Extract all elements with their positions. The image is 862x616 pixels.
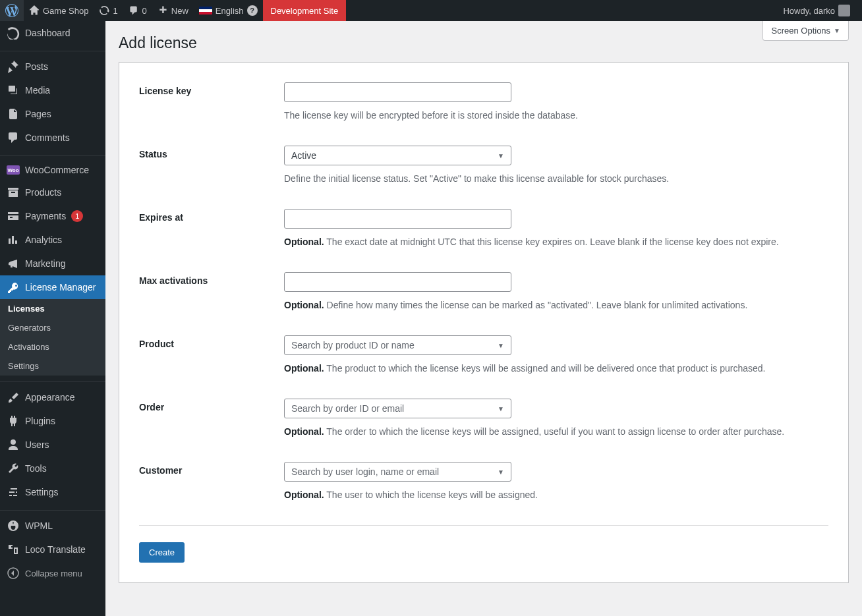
form-panel: License key The license key will be encr… [119,62,849,583]
update-icon [99,5,109,16]
chart-icon [7,233,20,246]
collapse-icon [7,567,20,580]
admin-bar: Game Shop 1 0 New English ? Development … [0,0,862,21]
submenu-settings[interactable]: Settings [0,356,105,376]
translate-icon [7,543,20,556]
max-activations-help: Optional. Define how many times the lice… [284,298,828,312]
updates-count: 1 [113,6,117,16]
license-key-label: License key [139,82,284,123]
help-icon: ? [247,5,258,16]
media-icon [7,84,20,97]
customer-select[interactable]: Search by user login, name or email ▼ [284,462,511,482]
megaphone-icon [7,257,20,270]
comments-icon [7,131,20,144]
flag-icon [199,7,212,14]
product-label: Product [139,335,284,376]
customer-label: Customer [139,462,284,502]
page-title: Add license [119,34,849,52]
license-key-help: The license key will be encrypted before… [284,109,828,123]
menu-marketing[interactable]: Marketing [0,252,105,275]
payments-badge: 1 [71,210,83,222]
language-label: English [216,6,244,16]
max-activations-input[interactable] [284,272,511,292]
site-name-label: Game Shop [43,6,88,16]
menu-users[interactable]: Users [0,433,105,457]
menu-wpml[interactable]: WPML [0,514,105,538]
product-select[interactable]: Search by product ID or name ▼ [284,335,511,355]
main-content: Screen Options ▼ Add license License key… [105,21,862,616]
sliders-icon [7,486,20,499]
menu-posts[interactable]: Posts [0,55,105,78]
screen-options-button[interactable]: Screen Options ▼ [762,21,849,41]
home-icon [29,5,40,16]
plus-icon [158,5,168,16]
menu-license-manager[interactable]: License Manager [0,275,105,299]
comments-count: 0 [142,6,147,16]
order-help: Optional. The order to which the license… [284,425,828,439]
chevron-down-icon: ▼ [498,405,504,412]
wp-logo[interactable] [0,0,24,21]
site-name-link[interactable]: Game Shop [24,0,94,21]
greeting-label: Howdy, darko [783,6,835,16]
new-label: New [171,6,188,16]
menu-analytics[interactable]: Analytics [0,228,105,252]
menu-appearance[interactable]: Appearance [0,385,105,409]
status-label: Status [139,146,284,186]
woocommerce-icon: Woo [7,165,20,175]
dev-site-badge[interactable]: Development Site [263,0,347,21]
menu-woocommerce[interactable]: Woo WooCommerce [0,159,105,181]
brush-icon [7,391,20,404]
status-select[interactable]: Active ▼ [284,146,511,165]
plug-icon [7,414,20,428]
max-activations-label: Max activations [139,272,284,312]
chevron-down-icon: ▼ [498,342,504,349]
submenu-licenses[interactable]: Licenses [0,299,105,318]
chevron-down-icon: ▼ [498,152,504,159]
user-icon [7,438,20,451]
expires-help: Optional. The exact date at midnight UTC… [284,235,828,249]
user-greeting[interactable]: Howdy, darko [778,0,855,21]
globe-icon [7,519,20,532]
admin-sidebar: Dashboard Posts Media Pages Comments Woo… [0,21,105,616]
menu-settings[interactable]: Settings [0,480,105,504]
order-select[interactable]: Search by order ID or email ▼ [284,399,511,418]
menu-tools[interactable]: Tools [0,457,105,480]
dashboard-icon [7,26,20,40]
language-link[interactable]: English ? [194,0,263,21]
new-link[interactable]: New [152,0,194,21]
wordpress-icon [5,4,18,17]
chevron-down-icon: ▼ [498,468,504,476]
create-button[interactable]: Create [139,542,185,563]
avatar [838,5,850,16]
archive-icon [7,186,20,199]
pin-icon [7,60,20,73]
license-key-input[interactable] [284,82,511,102]
submenu-generators[interactable]: Generators [0,318,105,337]
comment-icon [129,5,139,16]
menu-products[interactable]: Products [0,181,105,204]
key-icon [7,281,20,294]
menu-comments[interactable]: Comments [0,126,105,150]
menu-pages[interactable]: Pages [0,102,105,126]
comments-link[interactable]: 0 [123,0,152,21]
updates-link[interactable]: 1 [94,0,123,21]
submenu-license-manager: Licenses Generators Activations Settings [0,299,105,376]
menu-dashboard[interactable]: Dashboard [0,21,105,45]
menu-media[interactable]: Media [0,78,105,102]
page-icon [7,107,20,121]
wrench-icon [7,462,20,475]
menu-plugins[interactable]: Plugins [0,409,105,433]
customer-help: Optional. The user to which the license … [284,488,828,502]
menu-loco[interactable]: Loco Translate [0,538,105,561]
collapse-menu[interactable]: Collapse menu [0,561,105,585]
submenu-activations[interactable]: Activations [0,337,105,356]
order-label: Order [139,399,284,439]
expires-input[interactable] [284,209,511,229]
menu-payments[interactable]: Payments 1 [0,204,105,228]
status-help: Define the initial license status. Set "… [284,172,828,186]
expires-label: Expires at [139,209,284,249]
product-help: Optional. The product to which the licen… [284,362,828,376]
chevron-down-icon: ▼ [834,27,840,34]
payments-icon [7,210,20,223]
